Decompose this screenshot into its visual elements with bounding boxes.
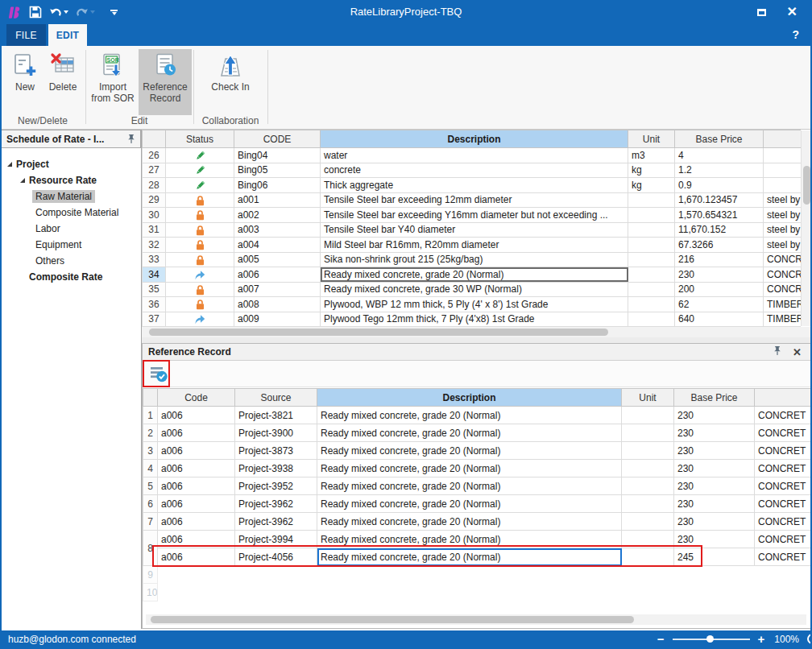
description-cell[interactable]: Ready mixed concrete, grade 20 (Normal) xyxy=(317,495,622,513)
description-cell[interactable]: Sika non-shrink grout 215 (25kg/bag) xyxy=(321,252,628,267)
description-cell[interactable]: Ready mixed concrete, grade 30 WP (Norma… xyxy=(321,282,628,297)
group-cell[interactable]: CONCRET xyxy=(755,460,812,477)
group-cell[interactable]: CONCR xyxy=(764,282,802,297)
code-cell[interactable]: a006 xyxy=(158,513,235,531)
base-price-cell[interactable]: 230 xyxy=(674,460,755,477)
sidebar-item-resource-rate[interactable]: Resource Rate xyxy=(2,172,141,188)
scrollbar-thumb[interactable] xyxy=(803,166,810,205)
code-cell[interactable]: a006 xyxy=(158,531,235,548)
base-price-cell[interactable]: 62 xyxy=(675,297,764,312)
row-number-cell[interactable]: 33 xyxy=(143,252,166,267)
group-cell[interactable]: CONCRET xyxy=(755,424,812,442)
code-cell[interactable]: a006 xyxy=(158,477,235,495)
table-row[interactable]: 32a004Mild Steel bar R16mm, R20mm diamet… xyxy=(143,238,802,253)
base-price-cell[interactable]: 4 xyxy=(675,148,764,163)
unit-cell[interactable] xyxy=(622,531,674,548)
table-row[interactable]: 8a006Project-3994Ready mixed concrete, g… xyxy=(143,531,812,548)
row-number-cell[interactable]: 30 xyxy=(143,208,166,223)
main-table-horizontal-scrollbar[interactable] xyxy=(142,327,810,337)
base-price-cell[interactable]: 230 xyxy=(674,495,755,513)
base-price-cell[interactable]: 245 xyxy=(674,548,755,566)
group-cell[interactable]: CONCRET xyxy=(755,495,812,513)
description-cell[interactable]: concrete xyxy=(321,163,628,178)
tree-expander-icon[interactable] xyxy=(6,161,13,167)
unit-cell[interactable] xyxy=(622,442,674,460)
row-number-cell[interactable]: 35 xyxy=(143,282,166,297)
row-number-cell[interactable]: 34 xyxy=(143,267,166,283)
sidebar-item-equipment[interactable]: Equipment xyxy=(2,237,141,253)
unit-cell[interactable] xyxy=(628,222,675,238)
unit-cell[interactable] xyxy=(622,460,674,477)
unit-cell[interactable] xyxy=(622,407,674,424)
group-cell[interactable]: CONCRET xyxy=(755,407,812,424)
description-cell[interactable]: water xyxy=(321,148,628,163)
base-price-cell[interactable]: 640 xyxy=(675,312,764,327)
base-price-cell[interactable]: 230 xyxy=(675,267,764,283)
column-header-unit[interactable]: Unit xyxy=(622,389,674,407)
row-number-cell[interactable]: 36 xyxy=(143,297,166,312)
code-cell[interactable]: a006 xyxy=(158,495,235,513)
column-header-unit[interactable]: Unit xyxy=(628,130,675,148)
status-cell[interactable] xyxy=(166,282,234,297)
description-cell[interactable]: Ready mixed concrete, grade 20 (Normal) xyxy=(317,460,622,477)
base-price-cell[interactable]: 67.3266 xyxy=(675,238,764,253)
unit-cell[interactable] xyxy=(622,477,674,495)
group-cell[interactable]: CONCRET xyxy=(755,531,812,548)
source-cell[interactable]: Project-3938 xyxy=(235,460,317,477)
unit-cell[interactable] xyxy=(622,424,674,442)
table-row[interactable]: 3a006Project-3873Ready mixed concrete, g… xyxy=(143,442,812,460)
unit-cell[interactable]: m3 xyxy=(628,148,675,163)
base-price-cell[interactable]: 230 xyxy=(674,513,755,531)
zoom-slider-handle[interactable] xyxy=(706,635,714,643)
maximize-icon[interactable] xyxy=(757,9,766,16)
zoom-in-button[interactable]: + xyxy=(758,633,765,645)
code-cell[interactable]: Bing04 xyxy=(234,148,321,163)
group-cell[interactable] xyxy=(764,148,802,163)
table-row[interactable]: 6a006Project-3962Ready mixed concrete, g… xyxy=(143,495,812,513)
base-price-cell[interactable]: 11,670.152 xyxy=(675,222,764,238)
redo-icon[interactable] xyxy=(76,6,95,18)
source-cell[interactable]: Project-3821 xyxy=(235,407,317,424)
description-cell[interactable]: Mild Steel bar R16mm, R20mm diameter xyxy=(321,238,628,253)
group-cell[interactable]: TIMBER xyxy=(764,297,802,312)
row-number-cell[interactable]: 7 xyxy=(143,513,158,531)
table-row[interactable]: 4a006Project-3938Ready mixed concrete, g… xyxy=(143,460,812,477)
code-cell[interactable]: a002 xyxy=(234,208,321,223)
reference-record-button[interactable]: Reference Record xyxy=(139,49,192,115)
description-cell[interactable]: Ready mixed concrete, grade 20 (Normal) xyxy=(317,442,622,460)
zoom-out-button[interactable]: − xyxy=(657,633,665,645)
description-cell[interactable]: Tensile Steel bar Y40 diameter xyxy=(321,222,628,238)
description-cell[interactable]: Plywood, WBP 12 mm thick, 5 Ply (4' x 8'… xyxy=(321,297,628,312)
tab-file[interactable]: FILE xyxy=(6,24,46,46)
base-price-cell[interactable]: 1.2 xyxy=(675,163,764,178)
import-from-sor-button[interactable]: SOR Import from SOR xyxy=(89,49,137,115)
table-row[interactable]: 27Bing05concretekg1.2 xyxy=(143,163,802,178)
table-row[interactable]: 37a009Plywood Tego 12mm thick, 7 Ply (4'… xyxy=(143,312,802,327)
base-price-cell[interactable]: 230 xyxy=(674,477,755,495)
code-cell[interactable]: a005 xyxy=(234,252,321,267)
description-cell[interactable]: Plywood Tego 12mm thick, 7 Ply (4'x8) 1s… xyxy=(321,312,628,327)
help-icon[interactable]: ? xyxy=(792,28,799,41)
status-cell[interactable] xyxy=(166,312,234,327)
unit-cell[interactable] xyxy=(622,548,674,566)
row-number-cell[interactable]: 31 xyxy=(143,222,166,238)
table-row[interactable]: 33a005Sika non-shrink grout 215 (25kg/ba… xyxy=(143,252,802,267)
code-cell[interactable]: a007 xyxy=(234,282,321,297)
base-price-cell[interactable]: 1,570.654321 xyxy=(675,208,764,223)
code-cell[interactable]: a006 xyxy=(158,460,235,477)
status-cell[interactable] xyxy=(166,222,234,238)
group-cell[interactable]: CONCR xyxy=(764,267,802,283)
column-header-blank[interactable] xyxy=(755,389,812,407)
new-button[interactable]: New xyxy=(6,49,44,115)
check-in-button[interactable]: Check In xyxy=(209,49,251,115)
status-cell[interactable] xyxy=(166,267,234,283)
table-row[interactable]: 26Bing04waterm34 xyxy=(143,148,802,163)
sidebar-item-composite-rate[interactable]: Composite Rate xyxy=(2,269,141,285)
status-cell[interactable] xyxy=(166,297,234,312)
row-number-cell[interactable]: 3 xyxy=(143,442,158,460)
zoom-slider[interactable] xyxy=(673,639,750,640)
base-price-cell[interactable]: 230 xyxy=(674,424,755,442)
base-price-cell[interactable]: 0.9 xyxy=(675,178,764,193)
unit-cell[interactable] xyxy=(628,267,675,283)
row-number-cell[interactable]: 2 xyxy=(143,424,158,442)
